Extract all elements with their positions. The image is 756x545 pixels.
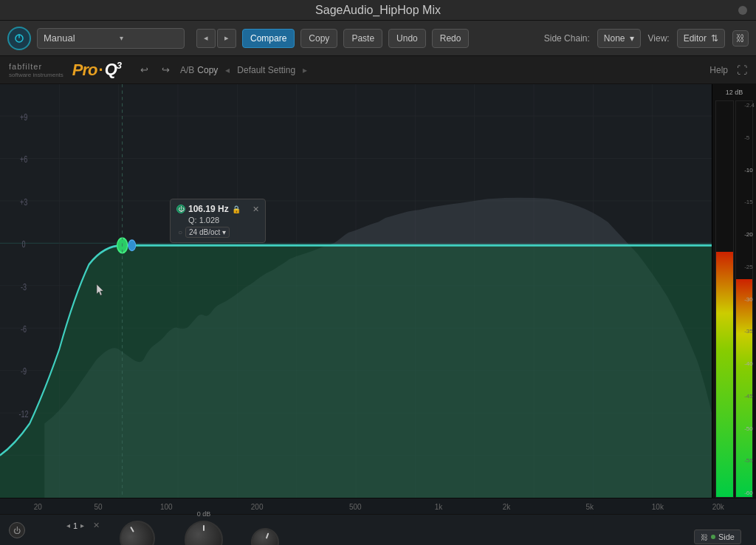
nav-forward-button[interactable]: ▸ xyxy=(217,29,236,48)
expand-button[interactable]: ⛶ xyxy=(737,64,747,76)
view-value: Editor xyxy=(684,33,707,44)
power-icon xyxy=(13,32,25,44)
vu-scale-neg30: -30 xyxy=(744,296,755,303)
svg-text:+9: +9 xyxy=(20,112,27,122)
side-chain-button[interactable]: ⛓ Side xyxy=(694,529,741,544)
vu-scale-neg10: -10 xyxy=(744,167,755,174)
compare-button[interactable]: Compare xyxy=(242,29,295,48)
sidechain-label: Side Chain: xyxy=(544,33,590,44)
view-dropdown[interactable]: Editor ⇅ xyxy=(677,29,725,48)
band-prev-button[interactable]: ◂ xyxy=(66,521,70,529)
plugin-header: fabfilter software instruments Pro · Q3 … xyxy=(0,56,756,84)
tooltip-power-icon[interactable]: ⏻ xyxy=(176,205,185,213)
header-controls: ↩ ↪ A/B Copy ◂ Default Setting ▸ xyxy=(137,63,307,77)
band-power-button[interactable]: ⏻ xyxy=(9,522,25,538)
triangle-left-icon: ◂ xyxy=(225,65,230,75)
q-superscript: 3 xyxy=(117,60,121,71)
undo-header-button[interactable]: ↩ xyxy=(137,63,151,77)
q-knob[interactable] xyxy=(247,524,284,545)
right-controls: Side Chain: None ▾ View: Editor ⇅ ⛓ xyxy=(544,29,749,48)
eq-visualization: +9 +6 +3 0 -3 -6 -9 -12 xyxy=(0,84,712,498)
sidechain-arrow-icon: ▾ xyxy=(630,33,634,44)
freq-label-100: 100 xyxy=(160,503,173,511)
power-button[interactable] xyxy=(7,27,31,50)
svg-point-32 xyxy=(128,240,136,250)
link-button[interactable]: ⛓ xyxy=(732,30,749,47)
vu-scale-neg24: -2.4 xyxy=(744,102,755,109)
svg-text:0: 0 xyxy=(22,239,26,250)
pro-text: Pro xyxy=(72,61,97,80)
header-right: Help ⛶ xyxy=(709,64,747,76)
brand-name: fabfilter xyxy=(9,62,42,71)
gain-knob[interactable] xyxy=(185,521,223,545)
vu-scale-neg5: -5 xyxy=(744,134,755,141)
slope-value: 24 dB/oct xyxy=(189,228,220,236)
vu-scale-neg40: -40 xyxy=(744,360,755,367)
band-close-button[interactable]: ✕ xyxy=(93,521,100,530)
eq-canvas[interactable]: +9 +6 +3 0 -3 -6 -9 -12 ⏻ 106. xyxy=(0,84,712,498)
slope-radio-icon: ○ xyxy=(178,228,182,236)
preset-dropdown[interactable]: Manual ▾ xyxy=(37,28,185,49)
svg-text:-12: -12 xyxy=(19,408,29,419)
view-arrow-icon: ⇅ xyxy=(711,33,718,44)
product-logo: Pro · Q3 xyxy=(72,60,121,79)
band-tooltip: ⏻ 106.19 Hz 🔒 ✕ Q: 1.028 ○ 24 dB/oct ▾ xyxy=(170,199,266,243)
tooltip-q-row: Q: 1.028 xyxy=(188,216,259,224)
help-button[interactable]: Help xyxy=(709,65,728,75)
vu-meter: 12 dB -2.4 -5 -10 -15 -20 -25 -30 -35 -4… xyxy=(712,84,756,498)
brand-subtitle: software instruments xyxy=(9,72,63,78)
freq-label-1k: 1k xyxy=(435,503,443,511)
frequency-axis: 20 50 100 200 500 1k 2k 5k 10k 20k xyxy=(0,498,756,514)
q-label: Q: xyxy=(188,216,197,224)
band-number: 1 xyxy=(73,521,78,530)
side-dot-icon xyxy=(711,535,715,539)
title-bar: SageAudio_HipHop Mix xyxy=(0,0,756,21)
header-copy-button[interactable]: Copy xyxy=(197,65,218,75)
svg-text:+3: +3 xyxy=(20,196,27,207)
nav-back-button[interactable]: ◂ xyxy=(196,29,216,48)
dot-separator: · xyxy=(99,61,103,80)
freq-label-50: 50 xyxy=(94,503,103,511)
undo-button[interactable]: Undo xyxy=(388,29,426,48)
freq-label-200: 200 xyxy=(251,503,264,511)
freq-label-500: 500 xyxy=(349,503,362,511)
redo-header-button[interactable]: ↪ xyxy=(159,63,173,77)
sidechain-dropdown[interactable]: None ▾ xyxy=(597,29,641,48)
nav-buttons: ◂ ▸ xyxy=(196,29,236,48)
freq-label-20: 20 xyxy=(34,503,42,511)
band-next-button[interactable]: ▸ xyxy=(80,521,84,529)
q-text: Q3 xyxy=(105,60,121,79)
band-controls: ⏻ Low Cut 24 dB/oct ◂ 1 ▸ ✕ 10 Hz 30 kHz… xyxy=(0,514,756,545)
vu-scale-neg60: -60 xyxy=(744,490,755,496)
ab-label: A/B xyxy=(180,65,194,75)
freq-label-2k: 2k xyxy=(503,503,511,511)
main-eq-area: +9 +6 +3 0 -3 -6 -9 -12 ⏻ 106. xyxy=(0,84,756,498)
freq-knob[interactable] xyxy=(113,514,162,545)
svg-text:-3: -3 xyxy=(21,281,27,292)
preset-value: Manual xyxy=(44,32,75,44)
window-title: SageAudio_HipHop Mix xyxy=(315,4,441,17)
tooltip-close-button[interactable]: ✕ xyxy=(252,205,259,214)
window-close-button[interactable] xyxy=(738,6,747,15)
redo-button[interactable]: Redo xyxy=(432,29,470,48)
vu-scale-neg35: -35 xyxy=(744,328,755,335)
tooltip-lock-icon[interactable]: 🔒 xyxy=(232,205,241,213)
vu-scale-neg20: -20 xyxy=(744,231,755,238)
side-label: Side xyxy=(718,532,735,541)
view-label: View: xyxy=(648,33,670,44)
ab-group: A/B Copy xyxy=(180,65,218,75)
svg-text:+6: +6 xyxy=(20,154,27,165)
dropdown-arrow-icon: ▾ xyxy=(120,34,123,42)
vu-scale-neg25: -25 xyxy=(744,264,755,270)
tooltip-frequency: 106.19 Hz xyxy=(188,204,229,214)
vu-db-label: 12 dB xyxy=(712,87,756,97)
slope-arrow-icon: ▾ xyxy=(222,228,226,236)
vu-scale-neg50: -50 xyxy=(744,425,755,432)
copy-button[interactable]: Copy xyxy=(300,29,337,48)
vu-scale-neg55: -55 xyxy=(744,457,755,464)
freq-label-20k: 20k xyxy=(712,503,724,511)
slope-dropdown[interactable]: 24 dB/oct ▾ xyxy=(185,227,230,238)
vu-scale-neg45: -45 xyxy=(744,393,755,400)
paste-button[interactable]: Paste xyxy=(343,29,382,48)
sidechain-value: None xyxy=(604,33,625,44)
